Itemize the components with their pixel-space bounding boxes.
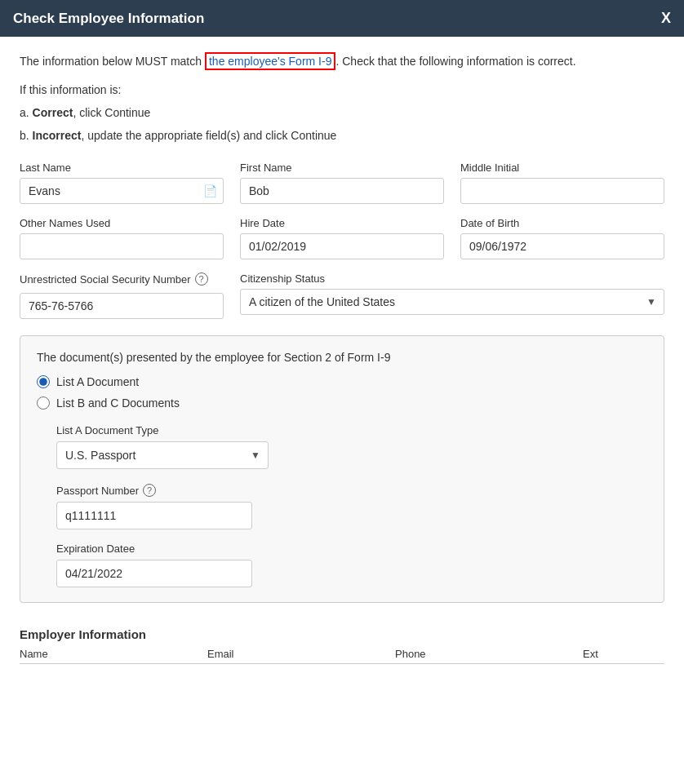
employer-columns-header: Name Email Phone Ext [20, 648, 664, 664]
employer-col-phone: Phone [395, 648, 583, 660]
documents-title: The document(s) presented by the employe… [37, 351, 647, 364]
form-grid: Last Name Evans 📄 First Name Bob Middle … [20, 162, 664, 319]
last-name-icon: 📄 [203, 184, 217, 197]
passport-number-input[interactable]: q1111111 [56, 502, 252, 529]
instruction-suffix: . Check that the following information i… [335, 55, 575, 68]
dob-label: Date of Birth [460, 217, 664, 229]
hire-date-group: Hire Date 01/02/2019 [240, 217, 444, 259]
list-bc-radio-item[interactable]: List B and C Documents [37, 396, 647, 410]
modal-body: The information below MUST match the emp… [0, 37, 684, 680]
modal-header: Check Employee Information X [0, 0, 684, 37]
doc-type-select[interactable]: U.S. Passport U.S. Passport Card Permane… [56, 441, 269, 469]
correct-label: Correct [33, 106, 73, 119]
list-a-radio-item[interactable]: List A Document [37, 375, 647, 388]
list-a-label: List A Document [56, 375, 139, 388]
list-bc-radio[interactable] [37, 396, 50, 410]
passport-help-icon[interactable]: ? [143, 484, 156, 497]
last-name-input[interactable]: Evans [20, 178, 224, 204]
instruction-list: If this information is: a. Correct, clic… [20, 78, 664, 147]
ssn-label-container: Unrestricted Social Security Number ? [20, 272, 224, 286]
last-name-group: Last Name Evans 📄 [20, 162, 224, 204]
other-names-input[interactable] [20, 233, 224, 259]
ssn-label: Unrestricted Social Security Number ? [20, 272, 224, 286]
first-name-label: First Name [240, 162, 444, 174]
incorrect-instruction: b. Incorrect, update the appropriate fie… [20, 124, 664, 147]
citizenship-label: Citizenship Status [240, 272, 664, 285]
employer-title: Employer Information [20, 627, 664, 641]
passport-section: Passport Number ? q1111111 [56, 484, 647, 529]
incorrect-suffix: , update the appropriate field(s) and cl… [82, 129, 337, 142]
citizenship-select-wrapper: A citizen of the United States A nonciti… [240, 289, 664, 315]
hire-date-label: Hire Date [240, 217, 444, 229]
middle-initial-input[interactable] [460, 178, 664, 204]
citizenship-select[interactable]: A citizen of the United States A nonciti… [240, 289, 664, 315]
middle-initial-group: Middle Initial [460, 162, 664, 204]
citizenship-group: Citizenship Status A citizen of the Unit… [240, 272, 664, 319]
middle-initial-label: Middle Initial [460, 162, 664, 174]
doc-type-label: List A Document Type [56, 424, 647, 436]
employer-section: Employer Information Name Email Phone Ex… [20, 619, 664, 664]
doc-type-select-wrapper: U.S. Passport U.S. Passport Card Permane… [56, 441, 269, 469]
hire-date-input[interactable]: 01/02/2019 [240, 233, 444, 259]
expiration-label: Expiration Datee [56, 543, 647, 555]
close-button[interactable]: X [661, 10, 671, 27]
employer-col-name: Name [20, 648, 207, 660]
other-names-group: Other Names Used [20, 217, 224, 259]
ssn-help-icon[interactable]: ? [195, 272, 208, 286]
other-names-label: Other Names Used [20, 217, 224, 229]
instruction-line2: If this information is: [20, 78, 664, 101]
last-name-label: Last Name [20, 162, 224, 174]
list-bc-label: List B and C Documents [56, 396, 180, 410]
correct-instruction: a. Correct, click Continue [20, 101, 664, 124]
incorrect-label: Incorrect [33, 129, 82, 142]
ssn-input[interactable]: 765-76-5766 [20, 293, 224, 319]
modal-title: Check Employee Information [13, 11, 204, 27]
form-i9-link[interactable]: the employee's Form I-9 [205, 52, 336, 70]
passport-label-container: Passport Number ? [56, 484, 647, 497]
correct-suffix: , click Continue [73, 106, 150, 119]
ssn-label-text: Unrestricted Social Security Number [20, 273, 191, 286]
expiration-section: Expiration Datee 04/21/2022 [56, 543, 647, 587]
passport-number-label: Passport Number [56, 485, 139, 497]
first-name-group: First Name Bob [240, 162, 444, 204]
document-radio-group: List A Document List B and C Documents [37, 375, 647, 410]
list-a-radio[interactable] [37, 375, 50, 388]
ssn-group: Unrestricted Social Security Number ? 76… [20, 272, 224, 319]
employer-col-email: Email [207, 648, 395, 660]
first-name-input[interactable]: Bob [240, 178, 444, 204]
instruction-prefix: The information below MUST match [20, 55, 205, 68]
expiration-date-input[interactable]: 04/21/2022 [56, 560, 252, 587]
doc-type-section: List A Document Type U.S. Passport U.S. … [56, 424, 647, 469]
documents-box: The document(s) presented by the employe… [20, 335, 664, 603]
dob-input[interactable]: 09/06/1972 [460, 233, 664, 259]
last-name-input-wrapper: Evans 📄 [20, 178, 224, 204]
instruction-line1: The information below MUST match the emp… [20, 53, 664, 70]
dob-group: Date of Birth 09/06/1972 [460, 217, 664, 259]
employer-col-ext: Ext [583, 648, 664, 660]
